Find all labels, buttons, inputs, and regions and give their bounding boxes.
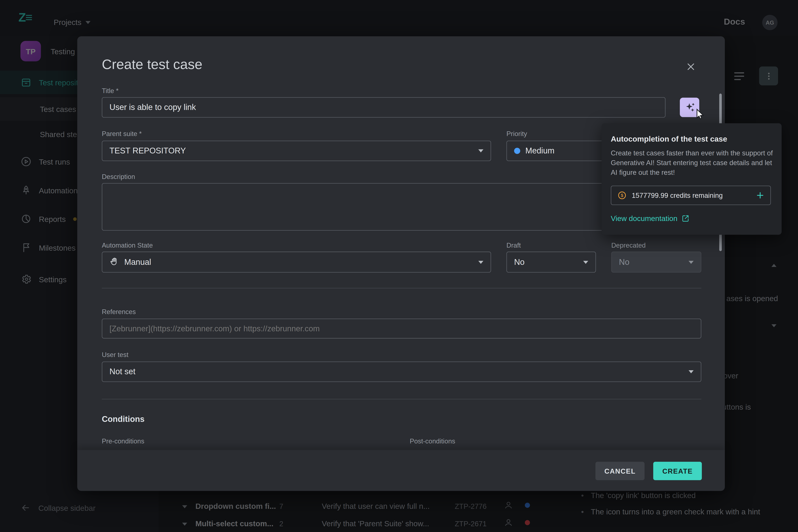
user-test-label: User test bbox=[102, 351, 128, 358]
mouse-cursor bbox=[694, 108, 706, 120]
parent-suite-value: TEST REPOSITORY bbox=[109, 146, 473, 155]
credits-text: 1577799.99 credits remaining bbox=[632, 192, 751, 199]
chevron-down-icon bbox=[583, 261, 588, 264]
priority-dot bbox=[514, 148, 520, 154]
references-input[interactable] bbox=[102, 319, 701, 339]
divider bbox=[102, 399, 701, 399]
close-button[interactable] bbox=[684, 60, 697, 73]
close-icon bbox=[686, 62, 695, 71]
modal-title: Create test case bbox=[102, 57, 202, 73]
automation-state-label: Automation State bbox=[102, 241, 153, 249]
deprecated-select: No bbox=[611, 251, 701, 272]
automation-state-select[interactable]: Manual bbox=[102, 251, 491, 272]
ai-autocompletion-popover: Autocompletion of the test case Create t… bbox=[601, 123, 782, 235]
external-link-icon bbox=[682, 214, 690, 223]
post-conditions-label: Post-conditions bbox=[410, 437, 455, 445]
deprecated-value: No bbox=[619, 258, 684, 267]
coin-icon: $ bbox=[617, 191, 627, 200]
view-documentation-label: View documentation bbox=[611, 214, 678, 223]
user-test-value: Not set bbox=[109, 367, 683, 376]
popover-body: Create test cases faster than ever with … bbox=[611, 148, 773, 177]
hand-icon bbox=[109, 257, 119, 267]
deprecated-label: Deprecated bbox=[611, 241, 646, 249]
chevron-down-icon bbox=[478, 261, 483, 264]
create-button[interactable]: CREATE bbox=[653, 462, 702, 480]
svg-text:$: $ bbox=[621, 193, 623, 198]
cancel-button[interactable]: CANCEL bbox=[595, 462, 645, 480]
app-root: Z≡ Projects Docs AG TP Testing Test repo… bbox=[0, 0, 798, 532]
title-field-label: Title * bbox=[102, 87, 118, 95]
credits-box: $ 1577799.99 credits remaining bbox=[611, 186, 771, 205]
plus-icon[interactable] bbox=[756, 191, 764, 200]
parent-suite-label: Parent suite * bbox=[102, 130, 142, 138]
sparkles-icon bbox=[684, 101, 695, 113]
references-label: References bbox=[102, 308, 136, 316]
conditions-heading: Conditions bbox=[102, 415, 145, 424]
description-label: Description bbox=[102, 173, 135, 180]
chevron-down-icon bbox=[478, 149, 483, 152]
chevron-down-icon bbox=[689, 261, 693, 264]
title-input[interactable] bbox=[102, 97, 665, 118]
parent-suite-select[interactable]: TEST REPOSITORY bbox=[102, 141, 491, 161]
create-test-case-modal: Create test case Title * Parent suite * … bbox=[77, 36, 725, 491]
priority-label: Priority bbox=[506, 130, 527, 138]
pre-conditions-label: Pre-conditions bbox=[102, 437, 144, 445]
draft-select[interactable]: No bbox=[506, 251, 596, 272]
chevron-down-icon bbox=[689, 370, 693, 373]
user-test-select[interactable]: Not set bbox=[102, 361, 701, 382]
popover-title: Autocompletion of the test case bbox=[611, 135, 727, 143]
draft-label: Draft bbox=[506, 241, 521, 249]
divider bbox=[102, 288, 701, 288]
draft-value: No bbox=[514, 258, 578, 267]
automation-state-value: Manual bbox=[124, 258, 473, 267]
view-documentation-link[interactable]: View documentation bbox=[611, 214, 690, 223]
